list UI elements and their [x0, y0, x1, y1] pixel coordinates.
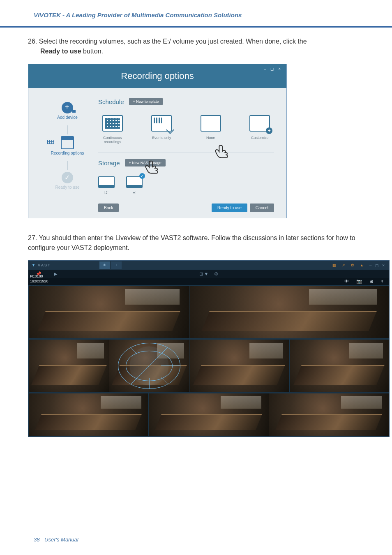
- storage-label: E:: [126, 190, 143, 195]
- ready-to-use-button[interactable]: Ready to use: [212, 204, 247, 212]
- continuous-icon: [102, 115, 123, 132]
- wizard-steps: Add device Recording options Ready to us…: [45, 100, 90, 195]
- vivotek-v-icon: ▼: [32, 263, 35, 267]
- window-control-buttons[interactable]: – ◻ ×: [369, 263, 386, 268]
- step-connector: [67, 161, 68, 170]
- page-footer: 38 - User's Manual: [34, 536, 78, 543]
- step-label: Ready to use: [45, 185, 90, 190]
- schedule-label: Events only: [148, 136, 176, 140]
- pointer-hand-icon: [213, 143, 232, 162]
- camera-tile[interactable]: [28, 285, 189, 339]
- grid-icon[interactable]: ⊞: [369, 279, 373, 284]
- dialog-title: Recording options: [28, 71, 286, 81]
- schedule-label: Customize: [246, 136, 274, 140]
- camera-tile[interactable]: [269, 393, 389, 437]
- camera-tile[interactable]: [28, 393, 149, 437]
- layout-dropdown[interactable]: ⊞ ▼: [199, 271, 209, 277]
- step-recording-options[interactable]: Recording options: [45, 134, 90, 161]
- drive-icon: [98, 176, 115, 188]
- cancel-button[interactable]: Cancel: [250, 204, 274, 212]
- eye-icon[interactable]: 👁: [344, 279, 349, 284]
- storage-volume-d[interactable]: D:: [98, 176, 115, 195]
- step-label: Recording options: [45, 151, 90, 155]
- camera-tile[interactable]: [189, 339, 290, 393]
- osd-resolution: 1920x1920: [30, 279, 64, 284]
- gear-icon[interactable]: ⚙: [214, 271, 218, 277]
- camera-icon[interactable]: 📷: [356, 279, 362, 284]
- camera-tile[interactable]: [189, 285, 389, 339]
- vast-toolbar: 👁 📷 ⊞ ᯤ: [28, 278, 389, 285]
- step-label: Add device: [45, 115, 90, 120]
- vast-logo: ▼ V A S T: [32, 263, 50, 267]
- schedule-title: Schedule: [98, 98, 124, 105]
- camera-tile[interactable]: [289, 339, 389, 393]
- instr-text: You should then enter the Liveview of th…: [28, 234, 355, 251]
- events-only-icon: [151, 115, 172, 132]
- top-icon[interactable]: ↗: [342, 263, 345, 267]
- back-button[interactable]: Back: [98, 204, 119, 212]
- screenshot-vast-liveview: ▼ V A S T 👁 + ▦ ↗ ✿ ▲ – ◻ × 📌: [28, 260, 390, 437]
- instr-text-b: button.: [81, 48, 103, 55]
- storage-header: Storage + New NAS storage: [98, 159, 274, 166]
- schedule-events-only[interactable]: Events only: [148, 115, 176, 144]
- storage-title: Storage: [98, 160, 120, 166]
- schedule-customize[interactable]: Customize: [246, 115, 274, 144]
- vast-logo-text: V A S T: [38, 263, 50, 267]
- storage-label: D:: [98, 190, 115, 195]
- customize-icon: [249, 115, 270, 132]
- tab-liveview[interactable]: 👁: [99, 261, 110, 269]
- person-icon[interactable]: ᯤ: [380, 279, 385, 284]
- tab-add[interactable]: +: [111, 261, 122, 269]
- check-icon: [62, 172, 73, 183]
- schedule-continuous[interactable]: Continuous recordings: [98, 115, 127, 144]
- storage-volume-e[interactable]: E:: [126, 176, 143, 195]
- vast-tabs: 👁 +: [99, 261, 122, 269]
- window-control-buttons[interactable]: – ◻ ×: [264, 67, 282, 71]
- add-device-icon: [62, 102, 73, 113]
- vast-titlebar: ▼ V A S T 👁 + ▦ ↗ ✿ ▲ – ◻ ×: [28, 261, 389, 270]
- pointer-hand-icon: [143, 159, 162, 178]
- vast-subbar: 📌 ▶ ⊞ ▼ ⚙: [28, 270, 389, 278]
- instr-bold: Ready to use: [40, 48, 81, 55]
- instruction-27: 27. You should then enter the Liveview o…: [28, 233, 367, 253]
- fisheye-overlay-icon: [118, 343, 180, 389]
- new-template-button[interactable]: + New template: [129, 98, 163, 105]
- schedule-label: None: [196, 136, 225, 140]
- schedule-none[interactable]: None: [196, 115, 225, 144]
- camera-grid: [28, 285, 389, 437]
- top-icon[interactable]: ▦: [332, 263, 336, 267]
- schedule-header: Schedule + New template: [98, 98, 274, 105]
- camera-tile[interactable]: [28, 339, 109, 393]
- top-icon[interactable]: ✿: [351, 263, 354, 267]
- calendar-icon: [61, 136, 74, 149]
- instr-text-a: Select the recording volumes, such as th…: [39, 38, 307, 45]
- instr-num: 26.: [28, 38, 37, 45]
- schedule-label: Continuous recordings: [98, 136, 127, 144]
- camera-tile[interactable]: [109, 339, 189, 393]
- doc-header: VIVOTEK - A Leading Provider of Multimed…: [34, 12, 359, 18]
- dialog-titlebar: Recording options – ◻ ×: [28, 64, 286, 88]
- none-icon: [201, 115, 221, 132]
- instruction-26: 26. Select the recording volumes, such a…: [28, 37, 367, 56]
- osd-model: FE8180: [30, 274, 64, 279]
- step-add-device[interactable]: Add device: [45, 100, 90, 125]
- top-right-controls: ▦ ↗ ✿ ▲ – ◻ ×: [332, 263, 386, 268]
- step-connector: [67, 125, 68, 134]
- instr-num: 27.: [28, 234, 37, 241]
- step-ready-to-use[interactable]: Ready to use: [45, 170, 90, 195]
- top-icon[interactable]: ▲: [360, 263, 364, 267]
- drive-icon: [126, 176, 143, 188]
- camera-tile[interactable]: [148, 393, 269, 437]
- screenshot-recording-options: Recording options – ◻ × Add device Recor…: [28, 64, 287, 218]
